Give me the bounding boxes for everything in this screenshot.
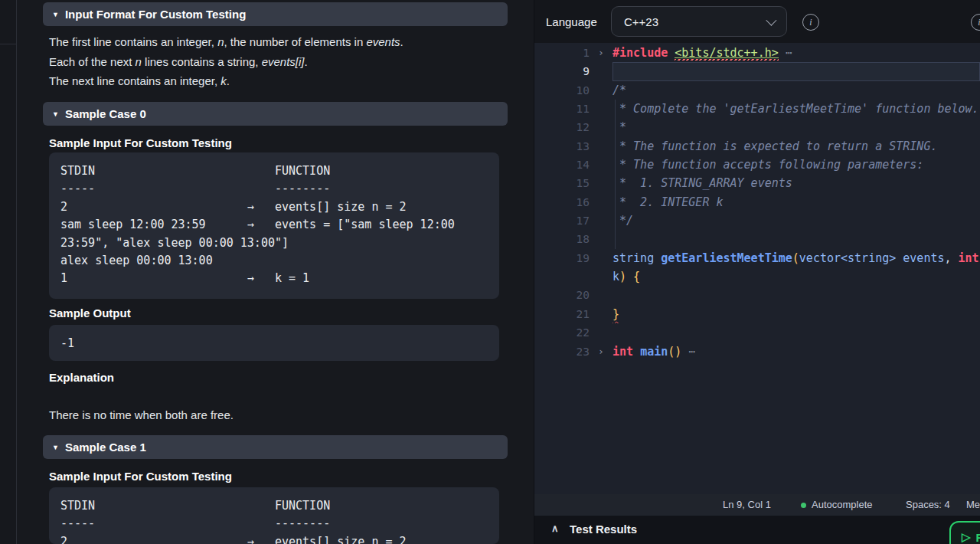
code-line: 19string getEarliestMeetTime(vector<stri… — [534, 249, 980, 267]
code-line-content: /* — [612, 81, 980, 100]
code-line: 23›int main() ⋯ — [534, 342, 980, 361]
code-line-content: * Complete the 'getEarliestMeetTime' fun… — [612, 100, 980, 118]
line-number: 23 — [534, 342, 590, 361]
code-line: 14 * The function accepts following para… — [534, 156, 980, 174]
stdin-function-text: STDIN FUNCTION ----- -------- 2 → events… — [60, 162, 488, 288]
section-header-sample-case-1[interactable]: ▼ Sample Case 1 — [43, 435, 508, 459]
info-icon[interactable]: i — [802, 14, 819, 31]
line-number — [534, 267, 590, 286]
run-code-button[interactable]: ▷ Run Code — [949, 521, 980, 544]
line-number: 1 — [534, 44, 590, 62]
editor-toolbar: Language C++23 i i — [534, 0, 980, 44]
code-line-content: #include <bits/stdc++.h> ⋯ — [612, 44, 980, 62]
section-header-input-format[interactable]: ▼ Input Format For Custom Testing — [43, 2, 508, 26]
code-line: 13 * The function is expected to return … — [534, 137, 980, 156]
problem-statement-panel: ▼ Input Format For Custom Testing The fi… — [17, 0, 534, 544]
fold-slot — [590, 249, 612, 267]
fold-slot — [590, 230, 612, 248]
fold-chevron-icon[interactable]: › — [590, 342, 612, 361]
line-number: 11 — [534, 100, 590, 118]
spaces-setting[interactable]: Spaces: 4 — [906, 494, 950, 516]
line-number: 15 — [534, 174, 590, 192]
code-line-content — [612, 323, 980, 342]
editor-menu[interactable]: Menu — [966, 494, 980, 516]
fold-slot — [590, 193, 612, 211]
code-line: 12 * — [534, 118, 980, 136]
code-line-content: * The function accepts following paramet… — [612, 156, 980, 174]
code-line: 20 — [534, 286, 980, 304]
code-line-content: */ — [612, 211, 980, 230]
sample-output-label: Sample Output — [49, 306, 131, 320]
line-number: 21 — [534, 305, 590, 323]
code-line: 22 — [534, 323, 980, 342]
code-line: 11 * Complete the 'getEarliestMeetTime' … — [534, 100, 980, 118]
code-line: 15 * 1. STRING_ARRAY events — [534, 174, 980, 192]
fold-slot — [590, 286, 612, 304]
code-line: 9 — [534, 62, 980, 80]
fold-slot — [590, 211, 612, 230]
code-line: 1›#include <bits/stdc++.h> ⋯ — [534, 44, 980, 62]
explanation-text: There is no time when both are free. — [49, 408, 508, 423]
clipped-edge-icon[interactable]: i — [971, 14, 980, 31]
fold-slot — [590, 174, 612, 192]
line-number: 12 — [534, 118, 590, 136]
section-title: Input Format For Custom Testing — [65, 8, 246, 21]
collapse-triangle-icon: ▼ — [52, 11, 59, 18]
language-label: Language — [546, 0, 597, 43]
autocomplete-status-dot — [801, 503, 806, 508]
code-line-content: string getEarliestMeetTime(vector<string… — [612, 249, 980, 267]
code-line: 10/* — [534, 81, 980, 100]
code-editor-panel: Language C++23 i i 1›#include <bits/stdc… — [534, 0, 980, 544]
stdin-function-text: STDIN FUNCTION ----- -------- 2 → events… — [60, 497, 488, 544]
left-rail-divider — [0, 44, 16, 44]
test-results-bar: ∧ Test Results ▷ Run Code — [534, 516, 980, 544]
code-line: 18 — [534, 230, 980, 248]
sample-input-block-1: STDIN FUNCTION ----- -------- 2 → events… — [49, 487, 499, 544]
fold-slot — [590, 323, 612, 342]
fold-slot — [590, 100, 612, 118]
play-icon: ▷ — [962, 530, 971, 544]
section-title: Sample Case 0 — [65, 107, 146, 120]
chevron-up-icon[interactable]: ∧ — [551, 523, 559, 534]
fold-slot — [590, 137, 612, 156]
sample-input-label-0: Sample Input For Custom Testing — [49, 136, 232, 149]
code-line-content — [612, 230, 980, 248]
fold-slot — [590, 81, 612, 100]
input-format-line-3: The next line contains an integer, k. — [49, 74, 508, 89]
line-number: 18 — [534, 230, 590, 248]
code-editor[interactable]: 1›#include <bits/stdc++.h> ⋯910/*11 * Co… — [534, 43, 980, 494]
code-line-content: k) { — [612, 267, 980, 286]
input-format-line-1: The first line contains an integer, n, t… — [49, 34, 508, 50]
language-select[interactable]: C++23 — [611, 6, 787, 37]
autocomplete-toggle[interactable]: Autocomplete — [812, 494, 873, 516]
input-format-line-2: Each of the next n lines contains a stri… — [49, 54, 508, 70]
section-header-sample-case-0[interactable]: ▼ Sample Case 0 — [43, 102, 508, 126]
code-line: 21} — [534, 305, 980, 323]
fold-slot — [590, 156, 612, 174]
line-number: 22 — [534, 323, 590, 342]
line-number: 20 — [534, 286, 590, 304]
line-number: 19 — [534, 249, 590, 267]
line-number: 17 — [534, 211, 590, 230]
code-line: 16 * 2. INTEGER k — [534, 193, 980, 211]
code-line: 17 */ — [534, 211, 980, 230]
code-line-content: * 2. INTEGER k — [612, 193, 980, 211]
section-title: Sample Case 1 — [65, 441, 146, 454]
editor-code-lines: 1›#include <bits/stdc++.h> ⋯910/*11 * Co… — [534, 44, 980, 361]
fold-slot — [590, 267, 612, 286]
run-button-label: Run Code — [976, 531, 980, 544]
fold-slot — [590, 305, 612, 323]
code-line-content: * — [612, 118, 980, 136]
chevron-down-icon — [766, 15, 776, 26]
fold-slot — [590, 118, 612, 136]
code-line-content — [612, 286, 980, 304]
sample-output-text: -1 — [60, 335, 488, 352]
code-line-content: * The function is expected to return a S… — [612, 137, 980, 156]
fold-chevron-icon[interactable]: › — [590, 44, 612, 62]
code-line-content: int main() ⋯ — [612, 342, 980, 361]
line-number: 9 — [534, 62, 590, 80]
line-number: 13 — [534, 137, 590, 156]
fold-slot — [590, 62, 612, 80]
line-number: 14 — [534, 156, 590, 174]
explanation-label: Explanation — [49, 371, 114, 384]
